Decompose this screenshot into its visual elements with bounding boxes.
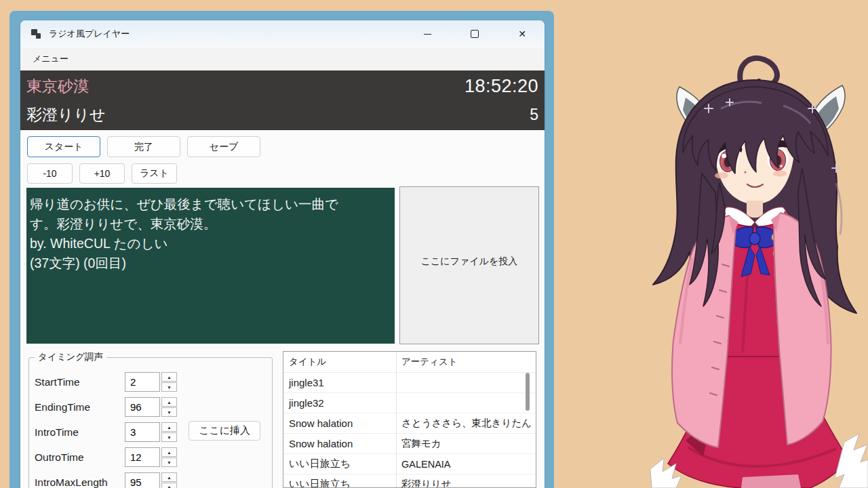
table-row[interactable]: jingle32 [283,393,536,413]
column-header-artist[interactable]: アーティスト [396,356,458,368]
outrotime-value[interactable]: 12 [125,447,160,467]
insert-here-button[interactable]: ここに挿入 [189,421,260,441]
column-divider [396,352,397,487]
start-button[interactable]: スタート [27,136,100,157]
table-row[interactable]: Snow halation さとうささら、東北きりたん [283,413,536,434]
cell-title: Snow halation [283,418,396,429]
spin-up-button[interactable]: ▲ [161,372,177,382]
clock: 18:52:20 [465,76,538,97]
minimize-button[interactable] [412,20,443,47]
script-line: (37文字) (0回目) [30,253,391,273]
cell-artist: 彩澄りりせ [396,478,536,488]
spin-down-button[interactable]: ▼ [161,483,177,488]
seek-buttons: -10 +10 ラスト [27,163,177,184]
timing-row-outrotime: OutroTime 12 ▲ ▼ [35,447,177,467]
neck [747,201,763,218]
desktop: ラジオ風プレイヤー ✕ メニュー 東京砂漠 18:52:20 彩澄りりせ 5 [0,0,868,488]
script-line: す。彩澄りりせで、東京砂漠。 [30,214,391,234]
field-label: IntroMaxLength [35,476,125,488]
column-header-title[interactable]: タイトル [283,356,396,368]
playlist-table[interactable]: タイトル アーティスト jingle31 jingle32 Snow halat… [283,351,536,488]
queue-count: 5 [530,106,538,124]
plus10-button[interactable]: +10 [79,163,125,184]
minimize-icon [424,34,431,35]
blush-left [715,173,728,179]
playlist-header: タイトル アーティスト [283,352,536,373]
cell-title: jingle32 [283,397,396,409]
menu-item-menu[interactable]: メニュー [33,53,68,65]
maximize-icon [471,30,479,38]
radio-player-window: ラジオ風プレイヤー ✕ メニュー 東京砂漠 18:52:20 彩澄りりせ 5 [20,20,545,488]
timing-row-endingtime: EndingTime 96 ▲ ▼ [35,397,177,417]
titlebar[interactable]: ラジオ風プレイヤー ✕ [20,20,545,47]
mascot-character-illustration [641,41,868,488]
starttime-value[interactable]: 2 [125,372,160,392]
window-controls: ✕ [395,20,538,47]
window-title: ラジオ風プレイヤー [49,28,130,40]
script-line: 帰り道のお供に、ぜひ最後まで聴いてほしい一曲で [30,195,391,214]
nose [744,171,746,173]
intromaxlength-spinner: 95 ▲ ▼ [125,472,177,488]
scrollbar-thumb[interactable] [526,373,530,411]
timing-groupbox-title: タイミング調声 [35,351,106,363]
table-row[interactable]: いい日旅立ち 彩澄りりせ [283,474,536,488]
minus10-button[interactable]: -10 [27,163,73,184]
cell-artist: GALENAIA [396,459,536,470]
now-playing-panel: 東京砂漠 18:52:20 彩澄りりせ 5 [20,70,545,130]
spin-up-button[interactable]: ▲ [161,397,177,407]
intromaxlength-value[interactable]: 95 [125,472,160,488]
close-icon: ✕ [518,29,526,39]
file-drop-label: ここにファイルを投入 [421,256,518,268]
field-label: StartTime [35,376,125,388]
starttime-spinner: 2 ▲ ▼ [125,372,177,392]
spin-down-button[interactable]: ▼ [161,458,177,467]
outrotime-spinner: 12 ▲ ▼ [125,447,177,467]
blush-right [773,171,787,177]
cell-title: Snow halation [283,438,396,449]
app-icon [31,28,42,39]
cell-title: いい日旅立ち [283,478,396,488]
file-drop-zone[interactable]: ここにファイルを投入 [399,186,539,344]
menu-bar: メニュー [20,47,545,70]
last-button[interactable]: ラスト [132,163,177,184]
cuff-frill-right [835,434,868,488]
endingtime-spinner: 96 ▲ ▼ [125,397,177,417]
maximize-button[interactable] [459,20,490,47]
timing-row-starttime: StartTime 2 ▲ ▼ [35,372,177,392]
main-content: スタート 完了 セーブ -10 +10 ラスト 帰り道のお供に、ぜひ最後まで聴い… [20,130,545,488]
table-row[interactable]: Snow halation 宮舞モカ [283,434,536,454]
field-label: OutroTime [35,451,125,464]
spin-down-button[interactable]: ▼ [161,407,177,417]
field-label: EndingTime [35,401,125,413]
save-button[interactable]: セーブ [187,136,260,157]
table-row[interactable]: いい日旅立ち GALENAIA [283,454,536,474]
spin-down-button[interactable]: ▼ [161,432,177,442]
cell-artist: 宮舞モカ [396,437,536,450]
cell-title: いい日旅立ち [283,458,396,470]
close-button[interactable]: ✕ [507,20,538,47]
song-title: 東京砂漠 [26,76,89,97]
spin-up-button[interactable]: ▲ [161,472,177,482]
cell-title: jingle31 [283,377,396,388]
dj-script-textarea[interactable]: 帰り道のお供に、ぜひ最後まで聴いてほしい一曲で す。彩澄りりせで、東京砂漠。 b… [26,188,395,344]
artist-name: 彩澄りりせ [26,104,106,125]
introtime-spinner: 3 ▲ ▼ [125,422,177,442]
endingtime-value[interactable]: 96 [125,397,160,417]
window-frame: ラジオ風プレイヤー ✕ メニュー 東京砂漠 18:52:20 彩澄りりせ 5 [9,11,554,488]
cell-artist: さとうささら、東北きりたん [396,417,536,430]
spin-up-button[interactable]: ▲ [161,447,177,457]
transport-buttons: スタート 完了 セーブ [27,136,260,157]
introtime-value[interactable]: 3 [125,422,160,442]
timing-row-intromaxlength: IntroMaxLength 95 ▲ ▼ [35,472,177,488]
table-row[interactable]: jingle31 [283,373,536,393]
field-label: IntroTime [35,426,125,439]
complete-button[interactable]: 完了 [107,136,180,157]
script-line: by. WhiteCUL たのしい [30,234,391,253]
spin-down-button[interactable]: ▼ [161,382,177,392]
spin-up-button[interactable]: ▲ [161,422,177,432]
timing-row-introtime: IntroTime 3 ▲ ▼ [35,422,177,442]
